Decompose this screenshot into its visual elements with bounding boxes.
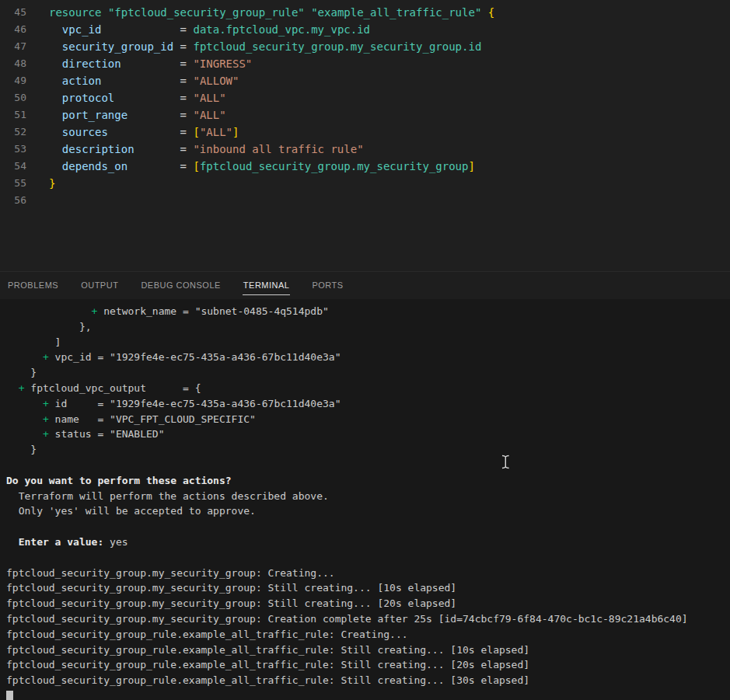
token: "ALLOW"	[193, 75, 239, 87]
token: fptcloud_security_group_rule.example_all…	[6, 644, 529, 656]
panel-tab-problems[interactable]: PROBLEMS	[7, 277, 59, 295]
token: name = "VPC_FPT_CLOUD_SPECIFIC"	[49, 413, 256, 425]
code-line: 56	[0, 192, 730, 209]
token: fptcloud_security_group.my_security_grou…	[6, 613, 688, 625]
token: +	[43, 398, 49, 409]
token	[49, 75, 62, 87]
editor-lines: 45resource "fptcloud_security_group_rule…	[0, 4, 730, 209]
token: network_name = "subnet-0485-4q514pdb"	[97, 305, 328, 317]
terminal-line: + vpc_id = "1929fe4e-ec75-435a-a436-67bc…	[6, 350, 730, 365]
token: sources	[62, 126, 108, 138]
token: protocol	[62, 92, 114, 104]
token	[6, 382, 19, 394]
token: +	[43, 413, 49, 425]
terminal-cursor	[6, 691, 13, 700]
panel-tab-bar: PROBLEMSOUTPUTDEBUG CONSOLETERMINALPORTS	[0, 271, 730, 299]
token	[49, 92, 62, 104]
code-line: 54 depends_on = [fptcloud_security_group…	[0, 158, 730, 175]
token: ]	[232, 126, 239, 138]
token	[6, 305, 92, 317]
terminal-line: },	[6, 319, 730, 335]
token: fptcloud_security_group.my_security_grou…	[200, 160, 469, 172]
line-number: 52	[0, 124, 26, 141]
token: =	[173, 40, 193, 53]
line-number: 50	[0, 89, 26, 106]
token: =	[127, 160, 193, 172]
token: depends_on	[62, 160, 127, 172]
token: "fptcloud_security_group_rule"	[108, 6, 305, 19]
code-text: description = "inbound all traffic rule"	[49, 141, 364, 158]
code-line: 45resource "fptcloud_security_group_rule…	[0, 4, 730, 21]
token: security_group_id	[62, 40, 173, 53]
token: +	[43, 428, 49, 440]
token: yes	[103, 536, 127, 548]
token: Terraform will perform the actions descr…	[6, 490, 329, 502]
token: fptcloud_security_group.my_security_grou…	[6, 567, 335, 579]
token: }	[49, 177, 55, 190]
code-text: protocol = "ALL"	[49, 89, 226, 106]
token: fptcloud_security_group.my_security_grou…	[6, 582, 456, 594]
token: "ALL"	[200, 126, 232, 138]
code-line: 51 port_range = "ALL"	[0, 106, 730, 124]
token: "inbound all traffic rule"	[193, 143, 363, 155]
code-line: 47 security_group_id = fptcloud_security…	[0, 38, 730, 55]
line-number: 48	[0, 55, 26, 72]
panel-tab-debug-console[interactable]: DEBUG CONSOLE	[140, 277, 221, 295]
line-number: 45	[0, 4, 26, 21]
terminal-line: + status = "ENABLED"	[6, 427, 730, 442]
token: }	[6, 367, 37, 378]
token: =	[108, 126, 194, 138]
terminal-line: }	[6, 365, 730, 381]
token: "example_all_traffic_rule"	[311, 6, 481, 19]
code-text	[49, 192, 55, 209]
terminal-line: Only 'yes' will be accepted to approve.	[6, 503, 730, 519]
terminal-cursor-line	[6, 688, 730, 700]
token	[6, 351, 43, 363]
token: =	[114, 92, 193, 104]
token: "ALL"	[193, 92, 225, 104]
line-number: 56	[0, 192, 26, 209]
token	[49, 109, 62, 121]
code-text: depends_on = [fptcloud_security_group.my…	[49, 158, 475, 175]
token: description	[62, 143, 134, 155]
line-number: 55	[0, 175, 26, 192]
line-number: 51	[0, 106, 26, 124]
token: fptcloud_security_group_rule.example_all…	[6, 629, 408, 640]
terminal-line: Do you want to perform these actions?	[6, 473, 730, 489]
token: "ALL"	[193, 109, 225, 121]
terminal-line: Enter a value: yes	[6, 535, 730, 550]
token: resource	[49, 6, 101, 19]
token: Only 'yes' will be accepted to approve.	[6, 505, 256, 517]
token	[49, 160, 62, 172]
token: [	[193, 126, 199, 138]
terminal-lines: + network_name = "subnet-0485-4q514pdb" …	[6, 304, 730, 688]
token: id = "1929fe4e-ec75-435a-a436-67bc11d40e…	[49, 398, 341, 409]
code-editor[interactable]: 45resource "fptcloud_security_group_rule…	[0, 0, 730, 271]
token: direction	[62, 57, 121, 70]
code-line: 46 vpc_id = data.fptcloud_vpc.my_vpc.id	[0, 21, 730, 38]
terminal-line: + name = "VPC_FPT_CLOUD_SPECIFIC"	[6, 412, 730, 427]
terminal-line: + network_name = "subnet-0485-4q514pdb"	[6, 304, 730, 319]
token: ]	[6, 336, 61, 348]
terminal-line	[6, 550, 730, 566]
token	[49, 143, 62, 155]
code-text: security_group_id = fptcloud_security_gr…	[49, 38, 481, 55]
code-line: 53 description = "inbound all traffic ru…	[0, 141, 730, 158]
code-line: 50 protocol = "ALL"	[0, 89, 730, 106]
terminal-line: fptcloud_security_group_rule.example_all…	[6, 657, 730, 673]
line-number: 47	[0, 38, 26, 55]
token: action	[62, 75, 102, 87]
code-text: action = "ALLOW"	[49, 72, 239, 89]
panel-tab-output[interactable]: OUTPUT	[80, 277, 119, 295]
token: "INGRESS"	[193, 57, 252, 70]
panel-tab-ports[interactable]: PORTS	[311, 277, 344, 295]
terminal-line: fptcloud_security_group.my_security_grou…	[6, 566, 730, 581]
token: vpc_id = "1929fe4e-ec75-435a-a436-67bc11…	[49, 351, 341, 363]
token: =	[134, 143, 194, 155]
token: fptcloud_security_group_rule.example_all…	[6, 674, 529, 686]
terminal[interactable]: + network_name = "subnet-0485-4q514pdb" …	[0, 299, 730, 700]
terminal-line: fptcloud_security_group.my_security_grou…	[6, 596, 730, 611]
code-line: 55}	[0, 175, 730, 192]
panel-tab-terminal[interactable]: TERMINAL	[243, 277, 291, 295]
token: Enter a value:	[19, 536, 104, 548]
